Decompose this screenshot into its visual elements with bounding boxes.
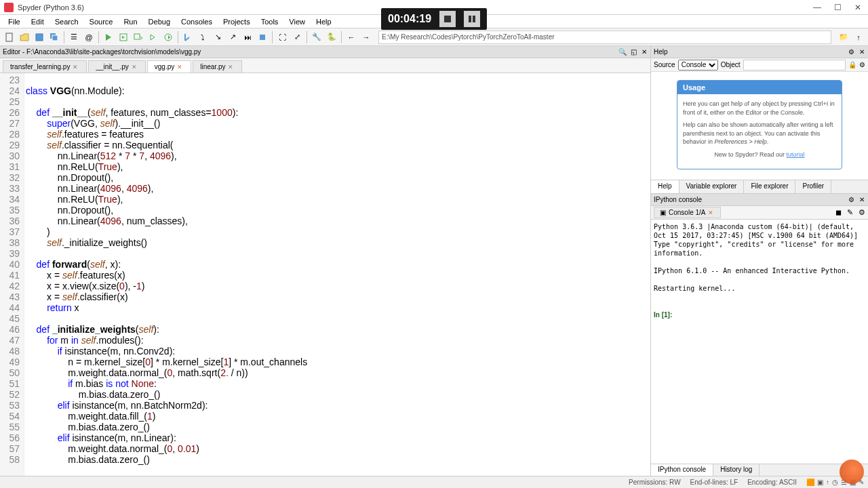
console-icon: ▣ (660, 209, 666, 216)
menu-view[interactable]: View (283, 18, 311, 26)
undock-icon[interactable]: ◱ (629, 47, 638, 57)
run-cell-advance-icon[interactable] (132, 30, 145, 44)
console-stop-icon[interactable]: ◼ (833, 208, 844, 217)
code-content[interactable]: class VGG(nn.Module): def __init__(self,… (24, 73, 650, 476)
tab-init[interactable]: __init__.py✕ (88, 60, 145, 73)
step-into-icon[interactable]: ↘ (211, 30, 224, 44)
save-icon[interactable] (33, 30, 46, 44)
parent-dir-icon[interactable]: ↑ (852, 30, 865, 44)
tray-icon[interactable]: 🟧 (806, 479, 814, 486)
menu-debug[interactable]: Debug (143, 18, 176, 26)
console-tab[interactable]: ▣ Console 1/A ✕ (654, 207, 721, 218)
help-toolbar: Source Console Object 🔒 ⚙ (651, 58, 868, 72)
fullscreen-icon[interactable]: ⤢ (290, 30, 304, 44)
run-selection-icon[interactable] (146, 30, 160, 44)
continue-icon[interactable]: ⏭ (241, 30, 254, 44)
close-pane-icon[interactable]: ✕ (639, 47, 649, 57)
tab-close-icon[interactable]: ✕ (73, 64, 79, 70)
menu-search[interactable]: Search (50, 18, 84, 26)
stop-icon[interactable] (256, 30, 269, 44)
editor-tabs: transfer_learning.py✕ __init__.py✕ vgg.p… (0, 58, 650, 73)
minimize-button[interactable]: — (807, 0, 827, 15)
tray-icon[interactable]: ▣ (817, 479, 823, 486)
tab-vgg[interactable]: vgg.py✕ (147, 60, 191, 73)
window-title: Spyder (Python 3.6) (18, 3, 84, 12)
video-pause-icon[interactable] (464, 11, 480, 27)
tab-linear[interactable]: linear.py✕ (193, 60, 242, 73)
console-pane: IPython console ⚙ ✕ ▣ Console 1/A ✕ ◼ ✎ … (651, 194, 868, 476)
tab-close-icon[interactable]: ✕ (708, 209, 715, 216)
run-cell-icon[interactable] (117, 30, 130, 44)
new-file-icon[interactable] (3, 30, 16, 44)
open-file-icon[interactable] (18, 30, 31, 44)
tab-variable-explorer[interactable]: Variable explorer (679, 180, 745, 193)
close-pane-icon[interactable]: ✕ (857, 195, 867, 205)
console-options-icon[interactable]: ⚙ (856, 208, 868, 217)
code-editor[interactable]: 23 24 25 26 27 28 29 30 31 32 33 34 35 3… (0, 73, 650, 476)
console-output[interactable]: Python 3.6.3 |Anaconda custom (64-bit)| … (651, 220, 868, 464)
status-eol: End-of-lines: LF (690, 479, 738, 486)
svg-rect-7 (260, 35, 265, 40)
svg-rect-0 (6, 33, 12, 41)
menu-tools[interactable]: Tools (256, 18, 284, 26)
outline-icon[interactable]: ☰ (67, 30, 81, 44)
browse-tabs-icon[interactable]: 🔍 (618, 47, 627, 57)
tab-profiler[interactable]: Profiler (795, 180, 831, 193)
help-tabs: Help Variable explorer File explorer Pro… (651, 180, 868, 193)
menu-source[interactable]: Source (84, 18, 119, 26)
close-button[interactable]: ✕ (848, 0, 868, 15)
corner-widget-icon[interactable] (840, 460, 864, 484)
options-icon[interactable]: ⚙ (846, 47, 856, 57)
console-edit-icon[interactable]: ✎ (844, 208, 856, 217)
preferences-icon[interactable]: 🔧 (310, 30, 323, 44)
pythonpath-icon[interactable]: 🐍 (325, 30, 338, 44)
tab-close-icon[interactable]: ✕ (132, 64, 138, 70)
menu-file[interactable]: File (3, 18, 26, 26)
help-content: Usage Here you can get help of any objec… (651, 72, 868, 180)
editor-path-label: Editor - F:\Anaconda3\lib\site-packages\… (3, 48, 201, 56)
tab-close-icon[interactable]: ✕ (177, 64, 184, 70)
menu-help[interactable]: Help (311, 18, 337, 26)
working-directory[interactable]: E:\My Research\Codes\Pytorch\PyTorchZero… (378, 30, 831, 44)
step-over-icon[interactable]: ⤵ (196, 30, 210, 44)
options-icon[interactable]: ⚙ (846, 195, 856, 205)
source-select[interactable]: Console (678, 60, 718, 70)
object-label: Object (721, 61, 741, 68)
help-header: Help ⚙ ✕ (651, 46, 868, 58)
status-permissions: Permissions: RW (629, 479, 681, 486)
menu-projects[interactable]: Projects (218, 18, 256, 26)
video-timer: 00:04:19 (388, 13, 431, 25)
tutorial-link[interactable]: tutorial (787, 151, 805, 158)
tab-transfer-learning[interactable]: transfer_learning.py✕ (3, 60, 87, 73)
tab-ipython-console[interactable]: IPython console (651, 464, 713, 476)
max-icon[interactable]: ⛶ (275, 30, 289, 44)
console-bottom-tabs: IPython console History log (651, 464, 868, 476)
video-stop-icon[interactable] (439, 11, 456, 27)
browse-dir-icon[interactable]: 📁 (837, 30, 850, 44)
step-out-icon[interactable]: ↗ (226, 30, 239, 44)
menu-run[interactable]: Run (118, 18, 142, 26)
rerun-icon[interactable] (161, 30, 175, 44)
tab-close-icon[interactable]: ✕ (228, 64, 235, 70)
tray-icon[interactable]: ↑ (826, 479, 829, 486)
tab-help[interactable]: Help (651, 180, 679, 193)
tray-icon[interactable]: ◷ (832, 479, 838, 486)
close-pane-icon[interactable]: ✕ (857, 47, 867, 57)
debug-icon[interactable] (181, 30, 195, 44)
at-icon[interactable]: @ (82, 30, 96, 44)
menu-consoles[interactable]: Consoles (176, 18, 218, 26)
statusbar: Permissions: RW End-of-lines: LF Encodin… (0, 476, 868, 488)
run-icon[interactable] (102, 30, 115, 44)
console-tabs: ▣ Console 1/A ✕ ◼ ✎ ⚙ (651, 206, 868, 220)
maximize-button[interactable]: ☐ (827, 0, 848, 15)
line-gutter: 23 24 25 26 27 28 29 30 31 32 33 34 35 3… (0, 73, 24, 476)
back-icon[interactable]: ← (344, 30, 358, 44)
tab-file-explorer[interactable]: File explorer (744, 180, 795, 193)
forward-icon[interactable]: → (359, 30, 373, 44)
options-icon[interactable]: ⚙ (859, 61, 865, 68)
object-input[interactable] (743, 60, 846, 70)
tab-history-log[interactable]: History log (713, 464, 760, 476)
menu-edit[interactable]: Edit (26, 18, 50, 26)
lock-icon[interactable]: 🔒 (848, 61, 856, 68)
save-all-icon[interactable] (47, 30, 61, 44)
